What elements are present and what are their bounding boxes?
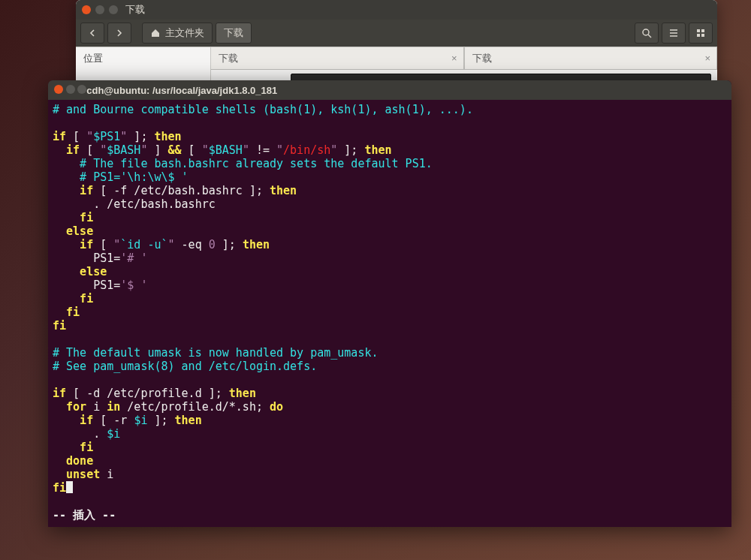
code-token: [	[66, 130, 86, 143]
path-home-label: 主文件夹	[165, 26, 204, 40]
terminal-title: cdh@ubuntu: /usr/local/java/jdk1.8.0_181	[86, 85, 277, 96]
code-line: . /etc/bash.bashrc	[53, 197, 216, 211]
code-token: /bin/sh	[283, 143, 330, 157]
code-token: `id -u`	[120, 238, 167, 251]
code-token: ];	[127, 130, 154, 143]
code-token: $i	[107, 427, 120, 441]
code-token: if	[53, 130, 66, 143]
code-token: if	[53, 238, 93, 251]
code-token: then	[175, 414, 202, 427]
code-token: [	[80, 143, 100, 157]
file-manager-window: 下载 主文件夹 下载 位置 下载	[76, 0, 717, 84]
code-token: ];	[147, 414, 174, 427]
terminal-window: cdh@ubuntu: /usr/local/java/jdk1.8.0_181…	[48, 80, 731, 527]
code-token: $i	[134, 414, 147, 427]
code-line: else	[53, 224, 93, 238]
code-token: "	[276, 143, 283, 157]
code-token: ]	[147, 143, 167, 157]
file-manager-toolbar: 主文件夹 下载	[76, 20, 717, 47]
close-tab-icon[interactable]: ×	[704, 53, 710, 64]
code-token: [	[182, 143, 202, 157]
code-token: "	[113, 238, 120, 251]
code-line: else	[53, 265, 107, 278]
menu-button[interactable]	[662, 23, 686, 44]
tab-downloads-2[interactable]: 下载 ×	[464, 47, 718, 70]
code-token: 0	[209, 238, 216, 251]
code-token: "	[86, 130, 93, 143]
path-segment-home[interactable]: 主文件夹	[142, 23, 213, 44]
code-token: then	[154, 130, 181, 143]
file-manager-titlebar[interactable]: 下载	[76, 0, 717, 20]
grid-icon	[695, 28, 706, 38]
code-token: -eq	[175, 238, 209, 251]
vim-mode-line: -- 插入 --	[53, 508, 727, 522]
search-button[interactable]	[635, 23, 659, 44]
window-buttons	[82, 5, 118, 14]
chevron-left-icon	[89, 29, 96, 37]
tab-downloads-1[interactable]: 下载 ×	[211, 47, 464, 70]
code-line: # and Bourne compatible shells (bash(1),…	[53, 103, 473, 116]
path-segment-current[interactable]: 下载	[216, 23, 252, 44]
code-token: [ -r	[93, 414, 134, 427]
code-token: do	[270, 400, 283, 414]
close-icon[interactable]	[54, 85, 63, 94]
code-token: i	[86, 400, 107, 414]
code-token: i	[100, 468, 113, 481]
code-token: $PS1	[93, 130, 120, 143]
terminal-content[interactable]: # and Bourne compatible shells (bash(1),…	[48, 100, 731, 527]
close-icon[interactable]	[82, 5, 91, 14]
code-token: '# '	[120, 251, 147, 265]
code-token: PS1=	[53, 251, 120, 265]
close-tab-icon[interactable]: ×	[451, 53, 457, 64]
terminal-titlebar[interactable]: cdh@ubuntu: /usr/local/java/jdk1.8.0_181	[48, 80, 731, 100]
code-token: .	[53, 427, 107, 441]
window-title: 下载	[125, 3, 145, 17]
code-token: &&	[168, 143, 182, 157]
code-token: "	[168, 238, 175, 251]
tab-label: 下载	[219, 52, 238, 65]
code-token: if	[53, 387, 66, 400]
code-line: # See pam_umask(8) and /etc/login.defs.	[53, 360, 317, 373]
view-grid-button[interactable]	[689, 23, 713, 44]
code-token: for	[53, 400, 86, 414]
minimize-icon[interactable]	[95, 5, 104, 14]
home-icon	[150, 28, 161, 38]
code-line: fi	[53, 441, 93, 454]
code-line: fi	[53, 319, 66, 333]
code-token: "	[120, 130, 127, 143]
back-button[interactable]	[80, 23, 104, 44]
code-line: fi	[53, 211, 93, 224]
code-token: if	[53, 143, 80, 157]
code-line: fi	[53, 306, 80, 319]
code-token: then	[270, 184, 297, 197]
file-manager-sidebar[interactable]: 位置	[76, 47, 211, 84]
code-line: fi	[53, 292, 93, 306]
code-token: "	[330, 143, 337, 157]
code-line: # The default umask is now handled by pa…	[53, 346, 378, 360]
code-token: !=	[249, 143, 276, 157]
hamburger-icon	[668, 28, 679, 38]
svg-rect-3	[697, 34, 700, 37]
sidebar-header: 位置	[83, 53, 103, 64]
code-token: if	[53, 414, 93, 427]
svg-rect-4	[701, 34, 704, 37]
code-token: "	[243, 143, 249, 157]
maximize-icon[interactable]	[109, 5, 118, 14]
code-token: then	[229, 387, 256, 400]
code-token: "	[202, 143, 209, 157]
code-line: done	[53, 454, 93, 468]
code-line: # The file bash.bashrc already sets the …	[53, 157, 433, 170]
minimize-icon[interactable]	[66, 85, 75, 94]
svg-rect-2	[701, 29, 704, 32]
code-token: $BASH	[107, 143, 140, 157]
forward-button[interactable]	[107, 23, 131, 44]
svg-rect-1	[697, 29, 700, 32]
code-token: unset	[53, 468, 100, 481]
svg-point-0	[643, 29, 649, 35]
text-cursor	[66, 481, 73, 493]
maximize-icon[interactable]	[77, 85, 86, 94]
code-token: in	[107, 400, 120, 414]
code-token: then	[364, 143, 391, 157]
chevron-right-icon	[116, 29, 123, 37]
code-token: [	[93, 238, 113, 251]
